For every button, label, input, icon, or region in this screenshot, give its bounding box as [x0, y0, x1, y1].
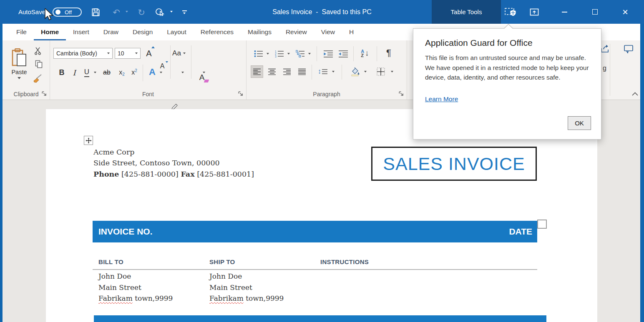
word-window: AutoSave Off ↶ ↻ [0, 0, 644, 322]
touch-mode-caret[interactable] [170, 11, 173, 12]
bullets-button[interactable] [252, 48, 265, 60]
change-case-icon: Aa [172, 49, 181, 57]
font-family-combo[interactable]: Cambria (Body) [53, 48, 113, 59]
bold-button[interactable]: B [56, 66, 68, 79]
decrease-indent-icon [323, 50, 333, 57]
learn-more-link[interactable]: Learn More [425, 95, 458, 103]
touch-mouse-mode-button[interactable] [153, 5, 167, 19]
tab-review[interactable]: Review [279, 24, 314, 40]
multilevel-caret[interactable] [308, 53, 311, 55]
collapse-ribbon-button[interactable] [629, 90, 641, 98]
application-guard-shield-icon [504, 7, 518, 17]
clear-formatting-button[interactable]: A [195, 71, 209, 84]
line-spacing-caret[interactable] [332, 71, 335, 72]
underline-caret[interactable] [94, 72, 96, 73]
copy-icon [35, 60, 43, 68]
tab-draw[interactable]: Draw [96, 24, 126, 40]
maximize-icon [592, 9, 598, 15]
font-size-caret [135, 52, 138, 54]
invoice-no-label: INVOICE NO. [98, 227, 153, 237]
ribbon-display-options-button[interactable] [527, 5, 541, 19]
sort-z-glyph: Z [361, 53, 364, 57]
autosave-toggle-knob [55, 10, 60, 15]
undo-dropdown-caret[interactable] [126, 11, 128, 12]
font-dialog-launcher[interactable] [238, 91, 244, 97]
shading-caret[interactable] [364, 71, 367, 72]
tab-layout[interactable]: Layout [160, 24, 194, 40]
align-left-button[interactable] [251, 65, 263, 78]
clipboard-dialog-launcher[interactable] [41, 91, 47, 97]
undo-icon: ↶ [113, 8, 120, 17]
ok-button[interactable]: OK [568, 116, 591, 130]
bill-to-street: Main Street [98, 282, 173, 293]
comments-button[interactable] [620, 42, 637, 56]
shrink-font-arrow [166, 61, 168, 63]
show-formatting-marks-button[interactable]: ¶ [382, 46, 395, 60]
table-tools-context-tab[interactable]: Table Tools [432, 0, 501, 24]
line-spacing-button[interactable]: ↕ [316, 65, 330, 78]
italic-button[interactable]: I [68, 66, 80, 79]
tab-help-partial[interactable]: H [342, 24, 361, 40]
borders-button[interactable] [374, 65, 387, 79]
close-button[interactable]: × [616, 0, 635, 24]
undo-button[interactable]: ↶ [109, 5, 123, 19]
shading-button[interactable] [348, 65, 362, 79]
ship-to-street: Main Street [209, 282, 284, 293]
copy-button[interactable] [33, 59, 44, 70]
line-spacing-arrows: ↕ [318, 67, 322, 76]
borders-caret[interactable] [391, 71, 393, 72]
paste-button[interactable]: Paste [8, 44, 30, 84]
align-right-button[interactable] [281, 65, 293, 78]
format-painter-button[interactable] [32, 73, 44, 85]
font-size-combo[interactable]: 10 [115, 48, 141, 59]
tab-file[interactable]: File [9, 24, 34, 40]
justify-button[interactable] [296, 65, 308, 78]
application-guard-indicator[interactable] [504, 5, 518, 19]
numbering-button[interactable]: 1 2 3 [273, 48, 286, 60]
multilevel-list-button[interactable] [294, 48, 307, 60]
ship-to-header: SHIP TO [209, 258, 235, 265]
text-effects-caret[interactable] [160, 72, 162, 73]
document-page[interactable]: Acme Corp Side Street, Contoso Town, 000… [46, 109, 597, 322]
line-spacing-lines [322, 69, 328, 75]
invoice-header-bar: INVOICE NO. DATE [93, 221, 537, 242]
numbering-caret[interactable] [287, 53, 290, 55]
decrease-indent-button[interactable] [322, 48, 335, 60]
subscript-button[interactable]: x2 [116, 66, 128, 79]
autosave-toggle[interactable]: Off [53, 7, 82, 17]
underline-button[interactable]: U [81, 66, 93, 79]
bill-to-address: John Doe Main Street Fabrikam town,9999 [98, 271, 173, 304]
popup-title: Application Guard for Office [425, 38, 533, 48]
sort-button[interactable]: A Z ↓ [357, 47, 372, 60]
grow-font-button[interactable]: A [143, 47, 155, 60]
bold-icon: B [59, 68, 65, 77]
paragraph-group: 1 2 3 [247, 40, 407, 100]
paragraph-dialog-launcher[interactable] [398, 91, 404, 97]
maximize-button[interactable] [585, 0, 604, 24]
quick-access-toolbar-button[interactable] [177, 5, 191, 19]
tab-insert[interactable]: Insert [66, 24, 96, 40]
align-center-button[interactable] [266, 65, 278, 78]
save-button[interactable] [88, 5, 103, 19]
close-icon: × [622, 6, 628, 18]
font-family-value: Cambria (Body) [56, 50, 97, 57]
tab-mailings[interactable]: Mailings [241, 24, 279, 40]
tab-references[interactable]: References [194, 24, 241, 40]
strikethrough-button[interactable]: ab [100, 66, 113, 79]
increase-indent-button[interactable] [337, 48, 350, 60]
tab-design[interactable]: Design [126, 24, 160, 40]
font-color-caret[interactable] [203, 72, 205, 73]
title-bar: AutoSave Off ↶ ↻ [0, 0, 644, 24]
tab-view[interactable]: View [314, 24, 342, 40]
redo-button[interactable]: ↻ [134, 5, 148, 19]
change-case-button[interactable]: Aa [172, 47, 186, 60]
text-effects-button[interactable]: A [146, 65, 158, 79]
bullets-caret[interactable] [267, 53, 269, 55]
minimize-button[interactable] [555, 0, 574, 24]
font-size-value: 10 [118, 50, 124, 57]
superscript-button[interactable]: x2 [128, 66, 140, 79]
cut-button[interactable] [33, 45, 43, 56]
tab-home[interactable]: Home [34, 24, 66, 40]
table-move-handle[interactable] [84, 136, 93, 145]
highlight-caret[interactable] [181, 72, 184, 73]
